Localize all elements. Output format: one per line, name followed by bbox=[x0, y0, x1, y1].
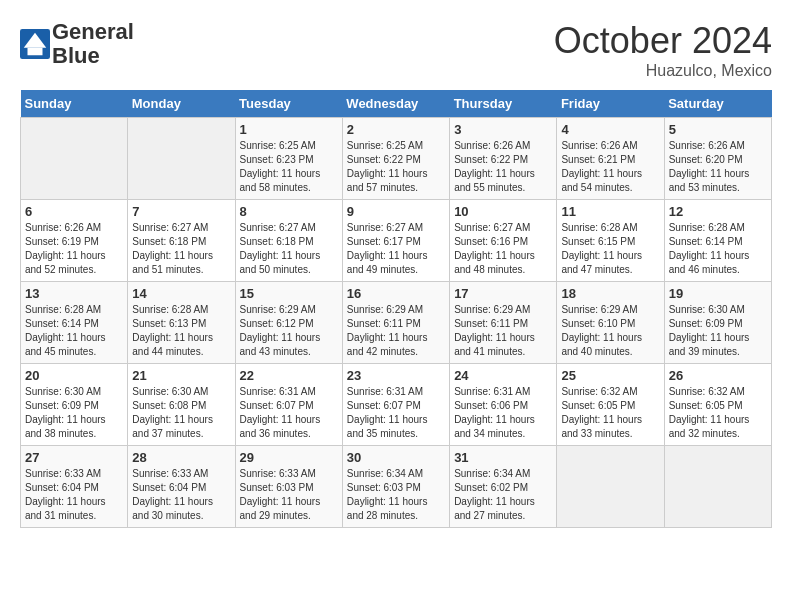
day-info: Sunrise: 6:26 AMSunset: 6:19 PMDaylight:… bbox=[25, 221, 123, 277]
logo: General Blue bbox=[20, 20, 134, 68]
title-block: October 2024 Huazulco, Mexico bbox=[554, 20, 772, 80]
weekday-header-row: SundayMondayTuesdayWednesdayThursdayFrid… bbox=[21, 90, 772, 118]
month-title: October 2024 bbox=[554, 20, 772, 62]
calendar-cell: 26Sunrise: 6:32 AMSunset: 6:05 PMDayligh… bbox=[664, 364, 771, 446]
day-number: 24 bbox=[454, 368, 552, 383]
calendar-cell: 29Sunrise: 6:33 AMSunset: 6:03 PMDayligh… bbox=[235, 446, 342, 528]
day-number: 11 bbox=[561, 204, 659, 219]
calendar-cell bbox=[21, 118, 128, 200]
day-number: 10 bbox=[454, 204, 552, 219]
calendar-table: SundayMondayTuesdayWednesdayThursdayFrid… bbox=[20, 90, 772, 528]
calendar-cell: 3Sunrise: 6:26 AMSunset: 6:22 PMDaylight… bbox=[450, 118, 557, 200]
calendar-cell: 22Sunrise: 6:31 AMSunset: 6:07 PMDayligh… bbox=[235, 364, 342, 446]
calendar-cell: 2Sunrise: 6:25 AMSunset: 6:22 PMDaylight… bbox=[342, 118, 449, 200]
calendar-cell: 16Sunrise: 6:29 AMSunset: 6:11 PMDayligh… bbox=[342, 282, 449, 364]
day-info: Sunrise: 6:28 AMSunset: 6:13 PMDaylight:… bbox=[132, 303, 230, 359]
day-info: Sunrise: 6:26 AMSunset: 6:22 PMDaylight:… bbox=[454, 139, 552, 195]
weekday-header-saturday: Saturday bbox=[664, 90, 771, 118]
day-number: 19 bbox=[669, 286, 767, 301]
calendar-cell: 8Sunrise: 6:27 AMSunset: 6:18 PMDaylight… bbox=[235, 200, 342, 282]
week-row-5: 27Sunrise: 6:33 AMSunset: 6:04 PMDayligh… bbox=[21, 446, 772, 528]
day-info: Sunrise: 6:27 AMSunset: 6:18 PMDaylight:… bbox=[132, 221, 230, 277]
weekday-header-wednesday: Wednesday bbox=[342, 90, 449, 118]
day-number: 20 bbox=[25, 368, 123, 383]
week-row-2: 6Sunrise: 6:26 AMSunset: 6:19 PMDaylight… bbox=[21, 200, 772, 282]
day-number: 15 bbox=[240, 286, 338, 301]
day-number: 2 bbox=[347, 122, 445, 137]
day-info: Sunrise: 6:32 AMSunset: 6:05 PMDaylight:… bbox=[669, 385, 767, 441]
calendar-cell: 21Sunrise: 6:30 AMSunset: 6:08 PMDayligh… bbox=[128, 364, 235, 446]
day-info: Sunrise: 6:28 AMSunset: 6:14 PMDaylight:… bbox=[669, 221, 767, 277]
day-info: Sunrise: 6:33 AMSunset: 6:03 PMDaylight:… bbox=[240, 467, 338, 523]
day-info: Sunrise: 6:30 AMSunset: 6:08 PMDaylight:… bbox=[132, 385, 230, 441]
calendar-cell: 19Sunrise: 6:30 AMSunset: 6:09 PMDayligh… bbox=[664, 282, 771, 364]
day-number: 3 bbox=[454, 122, 552, 137]
day-number: 25 bbox=[561, 368, 659, 383]
calendar-cell bbox=[128, 118, 235, 200]
day-number: 4 bbox=[561, 122, 659, 137]
day-number: 26 bbox=[669, 368, 767, 383]
calendar-cell: 10Sunrise: 6:27 AMSunset: 6:16 PMDayligh… bbox=[450, 200, 557, 282]
weekday-header-monday: Monday bbox=[128, 90, 235, 118]
calendar-cell: 11Sunrise: 6:28 AMSunset: 6:15 PMDayligh… bbox=[557, 200, 664, 282]
calendar-cell: 28Sunrise: 6:33 AMSunset: 6:04 PMDayligh… bbox=[128, 446, 235, 528]
day-number: 22 bbox=[240, 368, 338, 383]
day-info: Sunrise: 6:25 AMSunset: 6:23 PMDaylight:… bbox=[240, 139, 338, 195]
svg-rect-2 bbox=[28, 48, 43, 56]
calendar-cell: 23Sunrise: 6:31 AMSunset: 6:07 PMDayligh… bbox=[342, 364, 449, 446]
day-info: Sunrise: 6:27 AMSunset: 6:18 PMDaylight:… bbox=[240, 221, 338, 277]
day-number: 18 bbox=[561, 286, 659, 301]
calendar-cell: 12Sunrise: 6:28 AMSunset: 6:14 PMDayligh… bbox=[664, 200, 771, 282]
calendar-cell: 6Sunrise: 6:26 AMSunset: 6:19 PMDaylight… bbox=[21, 200, 128, 282]
weekday-header-sunday: Sunday bbox=[21, 90, 128, 118]
day-number: 6 bbox=[25, 204, 123, 219]
weekday-header-thursday: Thursday bbox=[450, 90, 557, 118]
page-header: General Blue October 2024 Huazulco, Mexi… bbox=[20, 20, 772, 80]
calendar-cell: 4Sunrise: 6:26 AMSunset: 6:21 PMDaylight… bbox=[557, 118, 664, 200]
calendar-cell bbox=[664, 446, 771, 528]
day-number: 21 bbox=[132, 368, 230, 383]
day-info: Sunrise: 6:31 AMSunset: 6:07 PMDaylight:… bbox=[347, 385, 445, 441]
day-info: Sunrise: 6:26 AMSunset: 6:21 PMDaylight:… bbox=[561, 139, 659, 195]
calendar-cell: 30Sunrise: 6:34 AMSunset: 6:03 PMDayligh… bbox=[342, 446, 449, 528]
calendar-cell bbox=[557, 446, 664, 528]
calendar-cell: 17Sunrise: 6:29 AMSunset: 6:11 PMDayligh… bbox=[450, 282, 557, 364]
day-info: Sunrise: 6:30 AMSunset: 6:09 PMDaylight:… bbox=[25, 385, 123, 441]
day-info: Sunrise: 6:28 AMSunset: 6:14 PMDaylight:… bbox=[25, 303, 123, 359]
calendar-cell: 25Sunrise: 6:32 AMSunset: 6:05 PMDayligh… bbox=[557, 364, 664, 446]
calendar-cell: 20Sunrise: 6:30 AMSunset: 6:09 PMDayligh… bbox=[21, 364, 128, 446]
calendar-cell: 1Sunrise: 6:25 AMSunset: 6:23 PMDaylight… bbox=[235, 118, 342, 200]
week-row-4: 20Sunrise: 6:30 AMSunset: 6:09 PMDayligh… bbox=[21, 364, 772, 446]
day-info: Sunrise: 6:27 AMSunset: 6:16 PMDaylight:… bbox=[454, 221, 552, 277]
day-info: Sunrise: 6:29 AMSunset: 6:11 PMDaylight:… bbox=[454, 303, 552, 359]
day-number: 5 bbox=[669, 122, 767, 137]
day-info: Sunrise: 6:32 AMSunset: 6:05 PMDaylight:… bbox=[561, 385, 659, 441]
day-info: Sunrise: 6:31 AMSunset: 6:06 PMDaylight:… bbox=[454, 385, 552, 441]
day-info: Sunrise: 6:29 AMSunset: 6:12 PMDaylight:… bbox=[240, 303, 338, 359]
day-info: Sunrise: 6:28 AMSunset: 6:15 PMDaylight:… bbox=[561, 221, 659, 277]
day-number: 9 bbox=[347, 204, 445, 219]
day-number: 12 bbox=[669, 204, 767, 219]
day-info: Sunrise: 6:25 AMSunset: 6:22 PMDaylight:… bbox=[347, 139, 445, 195]
logo-line1: General bbox=[52, 20, 134, 44]
day-number: 1 bbox=[240, 122, 338, 137]
day-info: Sunrise: 6:31 AMSunset: 6:07 PMDaylight:… bbox=[240, 385, 338, 441]
day-number: 28 bbox=[132, 450, 230, 465]
day-number: 23 bbox=[347, 368, 445, 383]
week-row-3: 13Sunrise: 6:28 AMSunset: 6:14 PMDayligh… bbox=[21, 282, 772, 364]
day-number: 13 bbox=[25, 286, 123, 301]
calendar-cell: 14Sunrise: 6:28 AMSunset: 6:13 PMDayligh… bbox=[128, 282, 235, 364]
day-number: 14 bbox=[132, 286, 230, 301]
day-number: 17 bbox=[454, 286, 552, 301]
calendar-cell: 27Sunrise: 6:33 AMSunset: 6:04 PMDayligh… bbox=[21, 446, 128, 528]
day-info: Sunrise: 6:26 AMSunset: 6:20 PMDaylight:… bbox=[669, 139, 767, 195]
day-info: Sunrise: 6:29 AMSunset: 6:11 PMDaylight:… bbox=[347, 303, 445, 359]
day-number: 8 bbox=[240, 204, 338, 219]
calendar-cell: 9Sunrise: 6:27 AMSunset: 6:17 PMDaylight… bbox=[342, 200, 449, 282]
day-number: 16 bbox=[347, 286, 445, 301]
day-info: Sunrise: 6:34 AMSunset: 6:03 PMDaylight:… bbox=[347, 467, 445, 523]
calendar-cell: 5Sunrise: 6:26 AMSunset: 6:20 PMDaylight… bbox=[664, 118, 771, 200]
calendar-cell: 31Sunrise: 6:34 AMSunset: 6:02 PMDayligh… bbox=[450, 446, 557, 528]
day-info: Sunrise: 6:27 AMSunset: 6:17 PMDaylight:… bbox=[347, 221, 445, 277]
weekday-header-friday: Friday bbox=[557, 90, 664, 118]
